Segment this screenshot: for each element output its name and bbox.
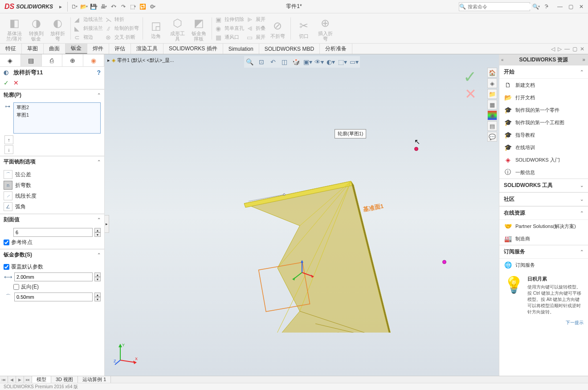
view-palette-icon[interactable]: ▦ <box>487 100 497 110</box>
ribbon-cross-break[interactable]: ⊗交叉·折断 <box>105 33 140 41</box>
undo-icon[interactable]: ↶▾ <box>109 2 118 12</box>
partner-solutions-link[interactable]: 🤝Partner Solutions(解决方案) <box>499 220 588 232</box>
list-item[interactable]: 草图2 <box>15 104 99 111</box>
save-icon[interactable]: 💾▾ <box>89 2 99 12</box>
recent-dropdown-icon[interactable]: ▸ <box>56 2 65 12</box>
appearance-icon[interactable]: ◐▾ <box>326 57 336 67</box>
select-icon[interactable]: ⬚▾ <box>128 2 138 12</box>
segment-length-option[interactable]: ⟋线段长度 <box>4 191 101 201</box>
fm-tab-tree-icon[interactable]: ◈ <box>0 54 21 66</box>
print-icon[interactable]: 🖶▾ <box>99 2 109 12</box>
new-document-link[interactable]: 🗋新建文档 <box>499 79 588 91</box>
search-box[interactable]: 🔍 <box>459 2 530 11</box>
fm-tab-dimxpert-icon[interactable]: ⊕ <box>62 54 83 66</box>
milling-section-header[interactable]: 平面铣削选项⌃ <box>0 156 104 167</box>
redo-icon[interactable]: ↷ <box>118 2 128 12</box>
display-style-icon[interactable]: ▣▾ <box>303 57 313 67</box>
ribbon-lofted-bend[interactable]: ◐放样折弯 <box>47 15 68 42</box>
tab-prev-icon[interactable]: ◁ <box>551 46 555 52</box>
ribbon-forming-tool[interactable]: ⬡成形工具 <box>167 15 188 42</box>
view-settings-icon[interactable]: ▭▾ <box>349 57 359 67</box>
rp-start-header[interactable]: 开始⌃ <box>499 65 588 79</box>
spin-up-button[interactable]: ▲ <box>94 272 101 277</box>
fm-tab-property-icon[interactable]: ▤ <box>21 54 42 66</box>
close-icon[interactable]: ✕ <box>576 2 586 12</box>
ribbon-convert[interactable]: ◑转换到钣金 <box>26 15 46 42</box>
tab-sketch[interactable]: 草图 <box>22 44 44 54</box>
tutorials-link[interactable]: 🎓指导教程 <box>499 129 588 141</box>
file-explorer-icon[interactable]: 📁 <box>487 89 497 99</box>
ref-endpoint-checkbox[interactable]: 参考终点 <box>4 238 101 247</box>
tab-3d-view[interactable]: 3D 视图 <box>51 376 78 383</box>
ribbon-gusset[interactable]: ◩钣金角撑板 <box>188 15 209 42</box>
arc-angle-option[interactable]: ∠弧角 <box>4 201 101 212</box>
task-pane-pin-icon[interactable]: » <box>582 57 585 63</box>
move-up-button[interactable]: ↑ <box>4 135 13 144</box>
prev-view-icon[interactable]: ↶ <box>268 57 278 67</box>
search-input[interactable] <box>466 4 531 9</box>
new-icon[interactable]: 🗋▾ <box>69 2 79 12</box>
tab-last-icon[interactable]: ⏭ <box>24 376 32 383</box>
search-dropdown-icon[interactable]: 🔍▾ <box>531 2 541 12</box>
chord-tolerance-option[interactable]: ⌒弦公差 <box>4 169 101 180</box>
cancel-feature-icon[interactable]: ✕ <box>465 85 477 102</box>
hide-show-icon[interactable]: 👁▾ <box>314 57 324 67</box>
rp-subscription-header[interactable]: 订阅服务⌃ <box>499 245 588 259</box>
tab-next-icon[interactable]: ▷ <box>558 46 562 52</box>
open-document-link[interactable]: 📂打开文档 <box>499 91 588 104</box>
panel-toggle-button[interactable]: ▸ <box>105 215 109 233</box>
first-drawing-link[interactable]: 🎓制作我的第一个工程图 <box>499 116 588 129</box>
ribbon-corner[interactable]: ◲边角 <box>146 17 166 40</box>
ribbon-fold[interactable]: ⫷折叠 <box>246 24 266 32</box>
tab-weldment[interactable]: 焊件 <box>87 44 109 54</box>
minimize-icon[interactable]: — <box>555 2 565 12</box>
cancel-button[interactable]: ✕ <box>13 79 19 86</box>
viewport[interactable]: ▸ ▸ ◈ 零件1 (默认< <默认>_显... 🔍 ⊡ ↶ ◫ 🎲 ▣▾ 👁▾… <box>105 54 499 376</box>
spin-down-button[interactable]: ▼ <box>94 297 101 301</box>
manufacturer-link[interactable]: 🏭制造商 <box>499 232 588 245</box>
intro-link[interactable]: ◈SOLIDWORKS 入门 <box>499 154 588 166</box>
profile-list[interactable]: 草图2 草图1 <box>13 102 101 134</box>
manipulator-dot[interactable] <box>442 260 446 264</box>
doc-restore-icon[interactable]: ▢ <box>572 46 577 52</box>
next-tip-link[interactable]: 下一提示 <box>499 320 588 329</box>
rp-online-header[interactable]: 在线资源⌃ <box>499 206 588 220</box>
tab-sheetmetal[interactable]: 钣金 <box>65 44 87 54</box>
sheetmetal-section-header[interactable]: 钣金参数(S)⌃ <box>0 249 104 260</box>
tab-mbd[interactable]: SOLIDWORKS MBD <box>259 44 320 54</box>
doc-minimize-icon[interactable]: — <box>564 46 570 52</box>
home-tab-icon[interactable]: 🏠 <box>487 68 497 77</box>
ribbon-edge-flange[interactable]: ◢边线法兰 <box>74 16 104 24</box>
facet-section-header[interactable]: 刻面值⌃ <box>0 214 104 225</box>
manipulator-dot[interactable] <box>414 147 418 151</box>
facet-value-input[interactable] <box>13 228 93 237</box>
tab-motion-study[interactable]: 运动算例 1 <box>78 376 111 383</box>
zoom-area-icon[interactable]: ⊡ <box>257 57 266 67</box>
help-icon[interactable]: ?▾ <box>542 2 551 12</box>
first-part-link[interactable]: 🎓制作我的第一个零件 <box>499 104 588 116</box>
doc-close-icon[interactable]: ✕ <box>580 46 584 52</box>
tab-surface[interactable]: 曲面 <box>44 44 65 54</box>
profile-section-header[interactable]: 轮廓(P)⌃ <box>0 89 104 101</box>
tab-simulation[interactable]: Simulation <box>223 44 259 54</box>
scene-icon[interactable]: ⬚▾ <box>338 57 347 67</box>
tab-addins[interactable]: SOLIDWORKS 插件 <box>163 44 223 54</box>
section-view-icon[interactable]: ◫ <box>280 57 290 67</box>
general-info-link[interactable]: ⓘ一般信息 <box>499 166 588 179</box>
spin-down-button[interactable]: ▼ <box>94 232 101 237</box>
ribbon-jog[interactable]: ⋋转折 <box>105 16 140 24</box>
ribbon-insert-bend[interactable]: ⊕插入折弯 <box>315 15 335 42</box>
fm-tab-config-icon[interactable]: ⎙ <box>42 54 63 66</box>
ribbon-flatten[interactable]: ▭展开 <box>246 33 266 41</box>
move-down-button[interactable]: ↓ <box>4 145 13 154</box>
ribbon-no-bend[interactable]: ⊘不折弯 <box>267 17 288 40</box>
view-orientation-icon[interactable]: 🎲 <box>291 57 301 67</box>
radius-input[interactable] <box>14 292 93 301</box>
spin-up-button[interactable]: ▲ <box>94 292 101 297</box>
breadcrumb[interactable]: ▸ ◈ 零件1 (默认< <默认>_显... <box>107 57 174 64</box>
tab-prev-icon[interactable]: ◀ <box>8 376 16 383</box>
open-icon[interactable]: 📂▾ <box>79 2 89 12</box>
tab-evaluate[interactable]: 评估 <box>109 44 131 54</box>
design-library-icon[interactable]: ◈ <box>487 78 497 88</box>
options-icon[interactable]: ⚙▾ <box>148 2 158 12</box>
